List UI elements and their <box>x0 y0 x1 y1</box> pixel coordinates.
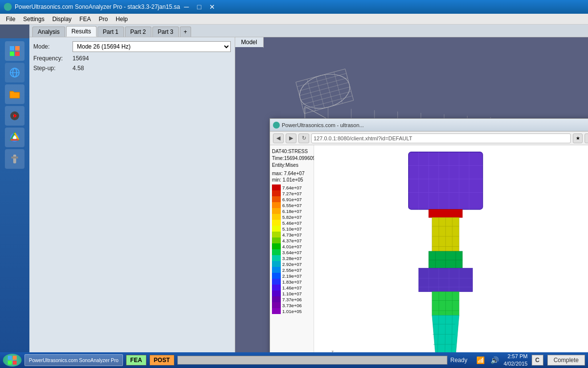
legend-min-row: min: 1.01e+05 <box>272 177 312 183</box>
browser-favicon <box>273 122 280 129</box>
bookmark-icon[interactable]: ★ <box>573 133 583 143</box>
svg-rect-0 <box>10 46 14 51</box>
svg-line-21 <box>302 91 351 105</box>
windows-taskbar: PowerUltrasonics.com SonoAnalyzer Pro FE… <box>0 352 588 368</box>
legend-item: 3.73e+06 <box>272 302 312 308</box>
sidebar-icon-tool[interactable] <box>5 149 24 169</box>
complete-button[interactable]: Complete <box>547 355 585 366</box>
close-button[interactable]: ✕ <box>206 2 219 12</box>
menu-pro[interactable]: Pro <box>95 15 112 24</box>
browser-titlebar: PowerUltrasonics.com - ultrason... ✕ <box>270 119 588 131</box>
mode-select[interactable]: Mode 26 (15694 Hz) <box>73 41 231 52</box>
menu-file[interactable]: File <box>2 15 19 24</box>
svg-rect-2 <box>10 52 14 56</box>
browser-tab-title[interactable]: PowerUltrasonics.com - ultrason... <box>282 122 588 128</box>
svg-point-15 <box>296 69 354 113</box>
stepup-row: Step-up: 4.58 <box>33 65 231 72</box>
legend-item: 1.46e+07 <box>272 285 312 290</box>
taskbar-app-item[interactable]: PowerUltrasonics.com SonoAnalyzer Pro <box>24 354 123 366</box>
refresh-button[interactable]: ↻ <box>298 133 309 143</box>
network-icon: 📶 <box>476 356 485 364</box>
tab-part2[interactable]: Part 2 <box>125 26 151 37</box>
legend-item: 5.10e+07 <box>272 226 312 232</box>
sidebar-icon-media[interactable] <box>5 106 24 126</box>
tab-part1[interactable]: Part 1 <box>98 26 124 37</box>
mode-label: Mode: <box>33 43 73 50</box>
legend-item: 6.91e+07 <box>272 196 312 202</box>
legend-item: 6.55e+07 <box>272 202 312 208</box>
forward-button[interactable]: ▶ <box>286 133 296 143</box>
model-viewport: Model <box>235 37 588 352</box>
frequency-row: Frequency: 15694 <box>33 55 231 62</box>
menu-help[interactable]: Help <box>112 15 132 24</box>
back-button[interactable]: ◀ <box>273 133 284 143</box>
legend-item: 3.64e+07 <box>272 249 312 255</box>
svg-line-26 <box>334 72 343 104</box>
color-legend: DAT40:STRESS Time:15694.099609 Entity:Mi… <box>270 145 314 352</box>
svg-rect-117 <box>8 361 12 365</box>
menu-icon[interactable]: ≡ <box>585 133 588 143</box>
legend-item: 1.01e+05 <box>272 308 312 314</box>
systray: 📶 🔊 2:57 PM 4/02/2015 C Complete <box>475 353 585 368</box>
cancel-button[interactable]: C <box>532 355 543 366</box>
tab-analysis[interactable]: Analysis <box>32 26 65 37</box>
taskbar-clock: 2:57 PM 4/02/2015 <box>504 353 528 368</box>
start-button[interactable] <box>3 354 22 367</box>
svg-rect-79 <box>418 268 472 291</box>
legend-item: 6.18e+07 <box>272 208 312 214</box>
status-text: Ready <box>450 357 467 364</box>
svg-rect-1 <box>15 46 20 51</box>
legend-max-row: max: 7.64e+07 <box>272 171 312 176</box>
legend-item: 7.64e+07 <box>272 184 312 190</box>
fea-visualization: ✕ Z Y <box>314 145 588 352</box>
svg-rect-66 <box>429 210 463 218</box>
app-icon <box>4 3 12 11</box>
legend-item: 7.37e+06 <box>272 296 312 302</box>
address-bar[interactable] <box>311 133 571 143</box>
legend-item: 3.28e+07 <box>272 255 312 261</box>
color-bar: 7.64e+077.27e+076.91e+076.55e+076.18e+07… <box>272 184 312 314</box>
svg-rect-116 <box>13 356 17 360</box>
tab-part3[interactable]: Part 3 <box>152 26 179 37</box>
svg-line-23 <box>307 79 316 110</box>
legend-item: 2.55e+07 <box>272 267 312 273</box>
maximize-button[interactable]: □ <box>193 2 206 12</box>
menu-display[interactable]: Display <box>49 15 75 24</box>
legend-item: 5.46e+07 <box>272 220 312 226</box>
svg-rect-118 <box>13 361 17 365</box>
volume-icon: 🔊 <box>490 356 499 364</box>
sidebar-icon-chrome[interactable] <box>5 128 24 147</box>
legend-item: 7.27e+07 <box>272 190 312 196</box>
post-button[interactable]: POST <box>149 355 174 366</box>
sidebar-icon-folder[interactable] <box>5 84 24 104</box>
legend-item: 4.37e+07 <box>272 237 312 243</box>
window-title: PowerUltrasonics.com SonoAnalyzer Pro - … <box>15 3 180 10</box>
tab-add-button[interactable]: + <box>180 26 191 37</box>
minimize-button[interactable]: ─ <box>180 2 193 12</box>
legend-line1: DAT40:STRESS <box>272 148 312 155</box>
svg-line-18 <box>298 78 348 91</box>
legend-line2: Time:15694.099609 <box>272 155 312 162</box>
sidebar-icon-windows[interactable] <box>5 41 24 61</box>
mode-row: Mode: Mode 26 (15694 Hz) <box>33 41 231 52</box>
svg-rect-3 <box>15 52 20 56</box>
stepup-label: Step-up: <box>33 65 73 72</box>
legend-item: 2.19e+07 <box>272 273 312 279</box>
stepup-value: 4.58 <box>73 65 84 72</box>
menu-fea[interactable]: FEA <box>75 15 95 24</box>
tabs-panel: Analysis Results Part 1 Part 2 Part 3 + <box>29 25 588 37</box>
browser-navbar: ◀ ▶ ↻ ★ ≡ <box>270 131 588 145</box>
windows-sidebar <box>0 38 29 368</box>
fea-tool-svg <box>314 145 588 352</box>
frequency-label: Frequency: <box>33 55 73 62</box>
fea-button[interactable]: FEA <box>126 355 147 366</box>
legend-item: 1.83e+07 <box>272 279 312 285</box>
titlebar: PowerUltrasonics.com SonoAnalyzer Pro - … <box>0 0 588 14</box>
svg-rect-115 <box>8 356 12 360</box>
frequency-value: 15694 <box>73 55 89 62</box>
analysis-panel: Mode: Mode 26 (15694 Hz) Frequency: 1569… <box>29 37 235 352</box>
sidebar-icon-ie[interactable] <box>5 63 24 82</box>
svg-line-19 <box>299 82 349 96</box>
menu-settings[interactable]: Settings <box>19 15 48 24</box>
tab-results[interactable]: Results <box>66 26 97 37</box>
